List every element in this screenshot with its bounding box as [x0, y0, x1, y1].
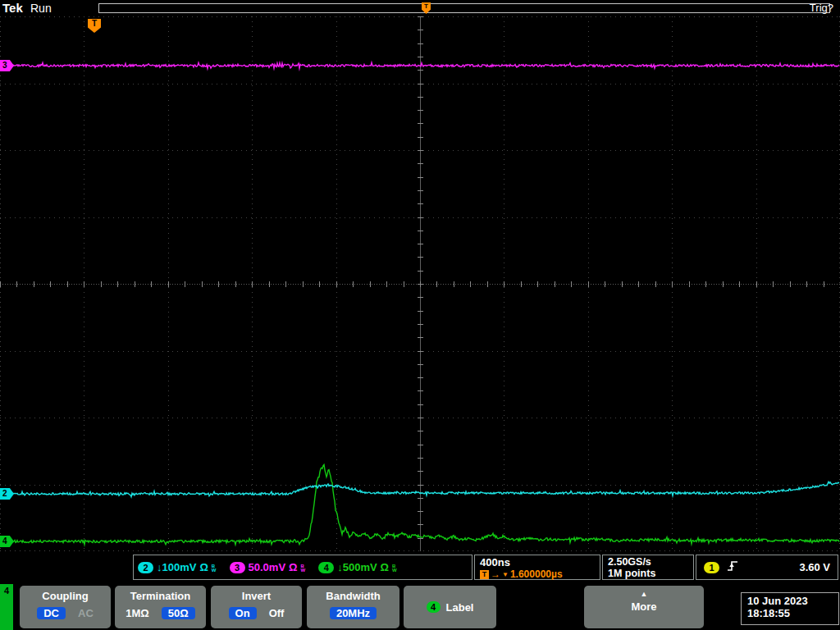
time-text: 18:18:55: [747, 607, 833, 619]
trigger-status: Trig?: [810, 2, 833, 14]
invert-menu-button[interactable]: Invert On Off: [211, 586, 302, 628]
channel4-badge: 4: [318, 562, 334, 573]
acquisition-readout: 2.50GS/s 1M points: [602, 555, 694, 580]
trigger-source-badge: 1: [704, 562, 719, 573]
label-title: Label: [446, 601, 474, 614]
delay-value: 1.600000µs: [510, 568, 563, 580]
bandwidth-title: Bandwidth: [307, 590, 399, 602]
selected-channel-tab[interactable]: 4: [0, 584, 13, 630]
trigger-t-icon: T: [480, 570, 489, 579]
bandwidth-value[interactable]: 20MHz: [330, 607, 377, 619]
coupling-menu-button[interactable]: Coupling DC AC: [20, 586, 111, 628]
horizontal-readout[interactable]: 400ns T→▼1.600000µs: [474, 555, 600, 580]
termination-menu-button[interactable]: Termination 1MΩ 50Ω: [115, 586, 206, 628]
label-menu-button[interactable]: 4 Label: [404, 586, 496, 628]
sample-rate: 2.50GS/s: [608, 556, 688, 568]
channel3-scale: 50.0mV: [249, 561, 286, 573]
expansion-marker-icon: ▼: [502, 571, 509, 578]
termination-50ohm-option[interactable]: 50Ω: [162, 607, 195, 619]
invert-off-option[interactable]: Off: [269, 607, 285, 619]
bottom-menu-bar: 4 Coupling DC AC Termination 1MΩ 50Ω Inv…: [0, 584, 840, 630]
label-channel-badge: 4: [427, 601, 441, 613]
record-trigger-marker[interactable]: T: [422, 2, 431, 14]
invert-on-option[interactable]: On: [229, 607, 257, 619]
channel2-readout[interactable]: 2 ↓100mV Ω BW: [138, 561, 217, 573]
horizontal-delay: T→▼1.600000µs: [480, 568, 595, 580]
date-text: 10 Jun 2023: [747, 595, 833, 607]
channel4-readout[interactable]: 4 ↓500mV Ω BW: [318, 561, 397, 573]
coupling-dc-option[interactable]: DC: [37, 607, 66, 619]
channel-readouts: 2 ↓100mV Ω BW 3 50.0mV Ω BW 4 ↓500mV Ω B…: [133, 555, 472, 580]
channel4-impedance: Ω: [381, 561, 389, 573]
bandwidth-menu-button[interactable]: Bandwidth 20MHz: [307, 586, 399, 628]
rising-edge-icon: [727, 559, 738, 576]
more-title: More: [584, 600, 704, 613]
more-up-arrow-icon: ▲: [584, 591, 704, 598]
arrow-icon: →: [491, 568, 500, 580]
bandwidth-limit-icon: BW: [392, 564, 397, 573]
waveform-display[interactable]: T 3 2 4: [0, 16, 840, 551]
channel4-scale: ↓500mV: [337, 561, 377, 573]
record-view-bar[interactable]: T: [98, 3, 830, 13]
oscilloscope-screen: Tek Run T Trig? T 3 2 4 2 ↓100mV Ω BW 3 …: [0, 0, 840, 630]
horizontal-scale: 400ns: [480, 556, 595, 568]
channel3-impedance: Ω: [289, 561, 297, 573]
top-status-bar: Tek Run T Trig?: [0, 0, 840, 16]
readout-bar: 2 ↓100mV Ω BW 3 50.0mV Ω BW 4 ↓500mV Ω B…: [0, 551, 840, 584]
tek-logo: Tek: [2, 1, 23, 15]
invert-title: Invert: [211, 590, 302, 602]
waveform-traces: [0, 16, 840, 551]
termination-1mohm-option[interactable]: 1MΩ: [126, 607, 148, 619]
datetime-display: 10 Jun 2023 18:18:55: [741, 592, 839, 625]
channel3-readout[interactable]: 3 50.0mV Ω BW: [230, 561, 306, 573]
record-length: 1M points: [608, 568, 688, 579]
trigger-level: 3.60 V: [799, 561, 830, 573]
acquisition-status: Run: [30, 2, 52, 15]
channel2-impedance: Ω: [199, 561, 208, 573]
coupling-title: Coupling: [20, 590, 111, 602]
channel2-badge: 2: [138, 562, 153, 573]
bandwidth-limit-icon: BW: [212, 564, 217, 573]
coupling-ac-option[interactable]: AC: [78, 607, 94, 619]
more-menu-button[interactable]: ▲ More: [584, 586, 704, 628]
channel2-scale: ↓100mV: [157, 561, 196, 573]
trigger-readout[interactable]: 1 3.60 V: [696, 555, 838, 580]
bandwidth-limit-icon: BW: [301, 564, 306, 573]
channel3-badge: 3: [230, 562, 245, 573]
termination-title: Termination: [115, 590, 206, 602]
